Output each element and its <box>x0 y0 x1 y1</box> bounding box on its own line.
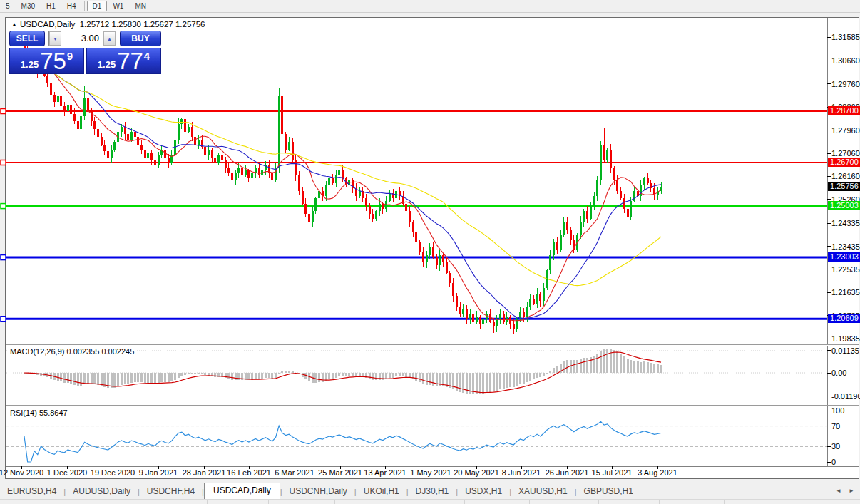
tab-eurusd-h4[interactable]: EURUSD,H4 <box>0 484 63 499</box>
status-cell <box>725 500 789 504</box>
tab-usdx-h1[interactable]: USDX,H1 <box>458 484 509 499</box>
status-cell <box>335 500 401 504</box>
status-cell <box>68 500 126 504</box>
buy-price-pip: 4 <box>144 50 150 62</box>
tab-scroll-arrows[interactable]: ◄ ► <box>836 488 857 494</box>
tab-audusd-daily[interactable]: AUDUSD,Daily <box>66 484 138 499</box>
status-cell <box>401 500 465 504</box>
macd-pane <box>6 349 827 396</box>
sell-price-big: 75 <box>40 51 66 72</box>
tab-dj30-h1[interactable]: DJ30,H1 <box>409 484 456 499</box>
status-cell <box>126 500 208 504</box>
status-cell <box>0 500 68 504</box>
status-cell <box>530 500 599 504</box>
sell-price-prefix: 1.25 <box>21 59 39 70</box>
status-cell <box>789 500 854 504</box>
volume-decrease-icon[interactable]: ▼ <box>49 31 61 46</box>
rsi-pane <box>6 421 827 462</box>
chart-frame <box>6 18 859 469</box>
buy-quote[interactable]: 1.25 77 4 <box>86 48 161 74</box>
trading-app-window: 5M30H1H4D1W1MN ▲USDCAD,Daily 1.25712 1.2… <box>0 0 860 504</box>
volume-stepper: ▼ 3.00 ▲ <box>48 31 116 46</box>
tab-usdcad-daily[interactable]: USDCAD,Daily <box>204 483 280 499</box>
tab-usdcnh-daily[interactable]: USDCNH,Daily <box>282 484 354 499</box>
chart-graphics <box>0 0 860 504</box>
symbol-tab-bar: EURUSD,H4|AUDUSD,Daily|USDCHF,H4|USDCAD,… <box>0 482 860 499</box>
moving-average-lines <box>24 53 661 321</box>
buy-button[interactable]: BUY <box>120 31 161 46</box>
tab-gbpusd-h1[interactable]: GBPUSD,H1 <box>577 484 640 499</box>
status-bar <box>0 499 860 504</box>
sell-quote[interactable]: 1.25 75 9 <box>9 48 84 74</box>
volume-input[interactable]: 3.00 <box>61 31 103 46</box>
volume-increase-icon[interactable]: ▲ <box>103 31 116 46</box>
status-cell <box>599 500 660 504</box>
status-cell <box>660 500 725 504</box>
tab-ukoil-h1[interactable]: UKOil,H1 <box>357 484 406 499</box>
buy-price-big: 77 <box>117 51 143 72</box>
sell-price-pip: 9 <box>67 50 73 62</box>
status-cell <box>208 500 269 504</box>
one-click-trade-panel: SELL ▼ 3.00 ▲ BUY 1.25 75 9 1.25 77 4 <box>9 31 161 74</box>
tab-usdchf-h4[interactable]: USDCHF,H4 <box>140 484 202 499</box>
status-cell <box>465 500 530 504</box>
sell-button[interactable]: SELL <box>9 31 45 46</box>
status-cell <box>269 500 335 504</box>
tab-xauusd-h1[interactable]: XAUUSD,H1 <box>511 484 575 499</box>
buy-price-prefix: 1.25 <box>98 59 116 70</box>
